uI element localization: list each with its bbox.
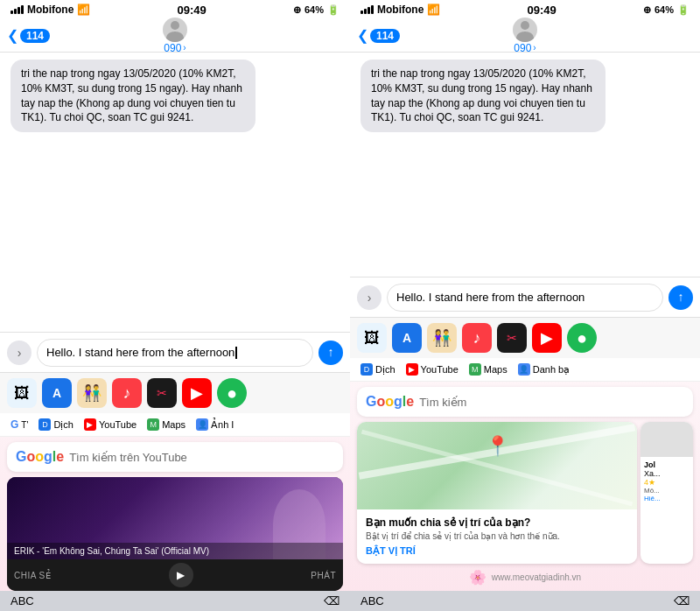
spotify-icon-right[interactable]: ● [567,323,597,353]
quick-link-contacts-left[interactable]: 👤 Ảnh I [192,417,237,432]
yt-thumbnail-left: ERIK - 'Em Không Sai, Chúng Ta Sai' (Off… [7,477,343,559]
music-icon-right[interactable]: ♪ [462,323,492,353]
location-icon-right: ⊕ [643,4,651,16]
wifi-icon-right: 📶 [427,4,440,16]
left-panel: Mobifone 📶 09:49 ⊕ 64% 🔋 ❮ 114 090 › tri… [0,0,350,611]
side-card-rating: 4★ [644,478,690,487]
side-card-desc: Mô... [644,487,690,495]
search-placeholder-right: Tìm kiếm [419,396,466,409]
back-button-left[interactable]: ❮ 114 [7,27,50,44]
message-input-left[interactable]: Hello. I stand here from the afternoon [37,339,313,367]
send-button-right[interactable]: ↑ [668,285,693,310]
search-widget-left[interactable]: Google Tìm kiếm trên YouTube [7,442,343,472]
chevron-right-icon-right: › [533,43,536,53]
quick-link-google[interactable]: G T' [7,417,32,432]
clips-icon-right[interactable]: ✂ [497,323,527,353]
maps-section: 📍 Bạn muốn chia sẻ vị trí của bạn? Bật v… [357,422,693,564]
back-badge-right[interactable]: 114 [370,29,400,43]
yt-play-label[interactable]: PHÁT [311,571,336,580]
back-button-right[interactable]: ❮ 114 [357,27,400,44]
youtube-app-icon-left[interactable]: ▶ [182,378,212,408]
side-card-right[interactable]: Jol Xa... 4★ Mô... Hiê... [640,422,693,564]
contacts-icon-left: 👤 [196,418,208,431]
quick-link-maps-left[interactable]: M Maps [144,417,189,432]
avatar-left [163,18,187,42]
quick-link-youtube-left[interactable]: ▶ YouTube [80,417,140,432]
fade-gradient-right [682,358,700,381]
messages-right: tri the nap trong ngay 13/05/2020 (10% K… [350,53,700,277]
nav-header-left: ❮ 114 090 › [0,19,350,53]
back-badge-left[interactable]: 114 [20,29,50,43]
lotus-icon: 🌸 [469,569,486,586]
youtube-card-left[interactable]: ERIK - 'Em Không Sai, Chúng Ta Sai' (Off… [7,477,343,591]
contacts-icon-right: 👤 [518,363,530,376]
messages-left: tri the nap trong ngay 13/05/2020 (10% K… [0,53,350,332]
app-tray-left: 🖼 A 👫 ♪ ✂ ▶ ● [0,372,350,413]
expand-button-left[interactable]: › [7,341,32,365]
keyboard-delete-icon-right[interactable]: ⌫ [674,594,690,607]
input-area-right[interactable]: › Hello. I stand here from the afternoon… [350,277,700,317]
wifi-icon: 📶 [77,4,90,16]
expand-button-right[interactable]: › [357,285,382,310]
maps-popup-action[interactable]: BẬT VỊ TRÍ [366,545,628,557]
photos-icon[interactable]: 🖼 [7,378,37,408]
contact-name-left[interactable]: 090 › [164,42,186,54]
side-card-name: Jol [644,460,690,469]
yt-play-button[interactable]: ▶ [169,563,193,587]
location-icon: ⊕ [293,4,301,16]
music-icon[interactable]: ♪ [112,378,142,408]
quick-link-contacts-right[interactable]: 👤 Danh bạ [514,362,573,377]
clips-icon[interactable]: ✂ [147,378,177,408]
maps-icon-left: M [147,418,159,431]
quick-link-translate-right[interactable]: D Dịch [357,362,399,377]
maps-popup-title: Bạn muốn chia sẻ vị trí của bạn? [366,516,628,529]
translate-icon-right: D [360,363,373,376]
back-chevron-icon: ❮ [7,27,18,44]
fade-gradient-left [332,413,350,436]
message-input-right[interactable]: Hello. I stand here from the afternoon [387,284,663,312]
memoji-icon-right[interactable]: 👫 [427,323,457,353]
watermark-section: 🌸 www.meovatgiadinh.vn [350,564,700,591]
maps-card-right[interactable]: 📍 Bạn muốn chia sẻ vị trí của bạn? Bật v… [357,422,637,564]
maps-popup-right: Bạn muốn chia sẻ vị trí của bạn? Bật vị … [357,509,637,564]
yt-share-label[interactable]: CHIA SẺ [14,571,51,580]
search-widget-right[interactable]: Google Tìm kiếm [357,387,693,417]
chevron-right-icon: › [183,43,186,53]
right-panel: Mobifone 📶 09:49 ⊕ 64% 🔋 ❮ 114 090 › tri… [350,0,700,611]
message-bubble-left: tri the nap trong ngay 13/05/2020 (10% K… [10,60,256,132]
status-right-left: ⊕ 64% 🔋 [293,4,340,16]
send-arrow-icon: ↑ [328,345,334,359]
side-card-sub: Xa... [644,469,690,478]
status-left-right: Mobifone 📶 [360,4,440,16]
contact-name-right[interactable]: 090 › [514,42,536,54]
quick-links-left: G T' D Dịch ▶ YouTube M Maps 👤 Ảnh I [0,413,350,437]
memoji-icon[interactable]: 👫 [77,378,107,408]
signal-icon [10,5,24,14]
side-card-content: Jol Xa... 4★ Mô... Hiê... [640,457,693,506]
keyboard-label-right[interactable]: ABC [360,594,384,607]
contact-info-right: 090 › [513,18,537,54]
keyboard-bar-right: ABC ⌫ [350,591,700,611]
side-card-link[interactable]: Hiê... [644,495,690,502]
keyboard-delete-icon[interactable]: ⌫ [324,594,340,607]
battery-label: 64% [304,4,324,15]
status-left: Mobifone 📶 [10,4,90,16]
carrier-label: Mobifone [27,4,74,16]
back-chevron-icon-right: ❮ [357,27,368,44]
map-pin-icon: 📍 [486,435,509,458]
input-area-left[interactable]: › Hello. I stand here from the afternoon… [0,332,350,372]
quick-link-youtube-right[interactable]: ▶ YouTube [402,362,462,377]
quick-link-maps-right[interactable]: M Maps [466,362,511,377]
youtube-app-icon-right[interactable]: ▶ [532,323,562,353]
battery-label-right: 64% [654,4,674,15]
appstore-icon[interactable]: A [42,378,72,408]
google-logo-left: Google [16,449,64,465]
yt-bottom-bar: CHIA SẺ ▶ PHÁT [7,559,343,591]
quick-link-translate[interactable]: D Dịch [35,417,77,432]
send-button-left[interactable]: ↑ [318,341,343,365]
appstore-icon-right[interactable]: A [392,323,422,353]
keyboard-label-left[interactable]: ABC [10,594,34,607]
avatar-right [513,18,537,42]
photos-icon-right[interactable]: 🖼 [357,323,387,353]
spotify-icon[interactable]: ● [217,378,247,408]
